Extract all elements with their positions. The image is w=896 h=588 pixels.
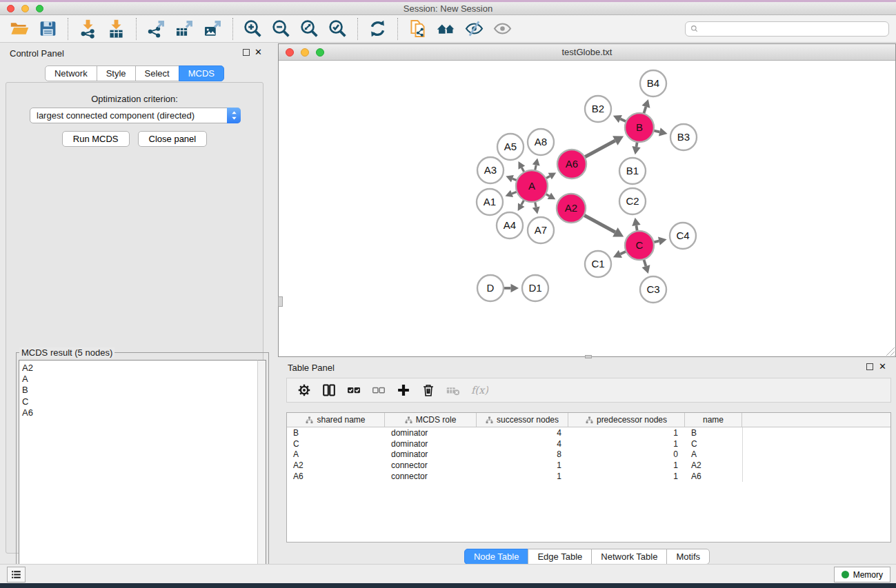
network-canvas[interactable]: B4B2BB3A5A8A6A3B1AA1C2A2A4A7CC4C1DD1C3 xyxy=(279,61,895,356)
import-network-button[interactable] xyxy=(74,17,102,41)
function-builder-button[interactable]: f(x) xyxy=(468,380,488,401)
save-icon xyxy=(38,19,58,39)
open-folder-button[interactable] xyxy=(6,17,34,41)
column-header-MCDS-role[interactable]: MCDS role xyxy=(385,413,477,427)
export-image-button[interactable] xyxy=(199,17,227,41)
network-node-A8[interactable]: A8 xyxy=(528,129,554,155)
mcds-result-item[interactable]: B xyxy=(22,385,257,396)
cell: 1 xyxy=(568,428,685,438)
tab-motifs[interactable]: Motifs xyxy=(666,549,710,565)
node-label: B2 xyxy=(592,103,604,114)
network-node-B2[interactable]: B2 xyxy=(585,96,611,122)
control-panel-title: Control Panel xyxy=(10,48,64,59)
network-zoom-traffic-light[interactable] xyxy=(316,48,324,57)
node-label: D xyxy=(487,282,495,294)
export-network-button[interactable] xyxy=(142,17,170,41)
network-node-C3[interactable]: C3 xyxy=(640,276,666,303)
open-folder-icon xyxy=(10,19,30,39)
mcds-result-scrollbar[interactable] xyxy=(257,360,266,588)
network-node-B3[interactable]: B3 xyxy=(670,124,697,150)
mcds-result-item[interactable]: A xyxy=(22,374,257,385)
network-node-C1[interactable]: C1 xyxy=(585,251,611,277)
float-panel-icon[interactable] xyxy=(243,49,250,56)
criterion-dropdown[interactable]: largest connected component (directed) xyxy=(30,108,241,123)
network-node-C[interactable]: C xyxy=(625,231,654,260)
tab-edge-table[interactable]: Edge Table xyxy=(528,549,592,565)
status-bar: Memory xyxy=(0,564,896,583)
table-row[interactable]: A6connector11A6 xyxy=(287,471,890,482)
tab-style[interactable]: Style xyxy=(97,65,136,81)
memory-button[interactable]: Memory xyxy=(834,567,890,582)
split-columns-button[interactable] xyxy=(319,380,339,401)
zoom-fit-button[interactable] xyxy=(295,17,323,41)
network-node-B[interactable]: B xyxy=(625,113,654,142)
column-header-shared-name[interactable]: shared name xyxy=(287,413,385,427)
tab-mcds[interactable]: MCDS xyxy=(179,65,224,81)
network-node-A[interactable]: A xyxy=(516,170,548,202)
table-row[interactable]: Cdominator41C xyxy=(287,438,890,449)
column-header-successor-nodes[interactable]: successor nodes xyxy=(477,413,568,427)
mcds-result-item[interactable]: A6 xyxy=(22,407,257,418)
deselect-all-button[interactable] xyxy=(368,380,389,401)
tab-network[interactable]: Network xyxy=(45,65,97,81)
table-row[interactable]: Adominator80A xyxy=(287,449,890,460)
network-node-C2[interactable]: C2 xyxy=(619,188,646,214)
save-button[interactable] xyxy=(34,17,62,41)
show-all-button[interactable] xyxy=(488,17,517,41)
close-traffic-light[interactable] xyxy=(7,5,14,12)
zoom-selected-button[interactable] xyxy=(323,17,352,41)
export-table-button[interactable] xyxy=(170,17,199,41)
refresh-button[interactable] xyxy=(364,17,392,41)
mcds-result-item[interactable]: C xyxy=(22,396,257,407)
node-label: A xyxy=(528,180,535,192)
network-node-D[interactable]: D xyxy=(477,275,504,301)
table-row[interactable]: A2connector11A2 xyxy=(287,460,890,471)
network-minimize-traffic-light[interactable] xyxy=(301,48,309,57)
new-network-from-selection-button[interactable] xyxy=(404,17,432,41)
network-node-C4[interactable]: C4 xyxy=(670,223,696,249)
network-node-B4[interactable]: B4 xyxy=(640,70,666,97)
delete-table-button[interactable] xyxy=(443,380,464,401)
zoom-traffic-light[interactable] xyxy=(36,5,43,12)
divider-grip[interactable] xyxy=(278,296,283,307)
delete-column-button[interactable] xyxy=(418,380,439,401)
select-all-button[interactable] xyxy=(344,380,364,401)
zoom-in-button[interactable] xyxy=(239,17,267,41)
mcds-result-list[interactable]: A2ABCA6 xyxy=(19,360,257,588)
network-node-A6[interactable]: A6 xyxy=(557,150,586,179)
tab-network-table[interactable]: Network Table xyxy=(591,549,667,565)
network-node-A5[interactable]: A5 xyxy=(497,134,524,160)
add-column-button[interactable] xyxy=(393,380,414,401)
zoom-in-icon xyxy=(243,19,263,39)
network-node-A4[interactable]: A4 xyxy=(497,212,523,239)
mcds-result-title: MCDS result (5 nodes) xyxy=(19,347,115,358)
gear-button[interactable] xyxy=(294,380,315,401)
search-field[interactable] xyxy=(685,21,889,37)
network-node-D1[interactable]: D1 xyxy=(522,275,548,301)
network-window-titlebar[interactable]: testGlobe.txt xyxy=(279,44,895,61)
run-mcds-button[interactable]: Run MCDS xyxy=(62,131,130,147)
panel-list-button[interactable] xyxy=(7,567,26,582)
mcds-result-item[interactable]: A2 xyxy=(22,363,257,374)
close-panel-button[interactable]: Close panel xyxy=(138,131,208,147)
search-input[interactable] xyxy=(702,24,884,34)
home-button[interactable] xyxy=(432,17,460,41)
tab-select[interactable]: Select xyxy=(135,65,179,81)
table-row[interactable]: Bdominator41B xyxy=(287,427,890,438)
network-node-B1[interactable]: B1 xyxy=(619,158,646,184)
hide-selected-button[interactable] xyxy=(460,17,488,41)
tab-node-table[interactable]: Node Table xyxy=(464,549,529,565)
zoom-out-button[interactable] xyxy=(267,17,295,41)
close-panel-icon[interactable]: ✕ xyxy=(255,47,262,57)
network-close-traffic-light[interactable] xyxy=(286,48,294,57)
network-node-A3[interactable]: A3 xyxy=(477,157,504,183)
minimize-traffic-light[interactable] xyxy=(21,5,29,12)
network-node-A1[interactable]: A1 xyxy=(477,189,503,215)
import-table-button[interactable] xyxy=(102,17,130,41)
close-panel-icon[interactable]: ✕ xyxy=(879,361,886,372)
network-node-A2[interactable]: A2 xyxy=(557,194,586,223)
column-header-predecessor-nodes[interactable]: predecessor nodes xyxy=(568,413,685,427)
network-node-A7[interactable]: A7 xyxy=(528,217,554,243)
column-header-name[interactable]: name xyxy=(685,413,742,427)
float-panel-icon[interactable] xyxy=(866,363,873,370)
